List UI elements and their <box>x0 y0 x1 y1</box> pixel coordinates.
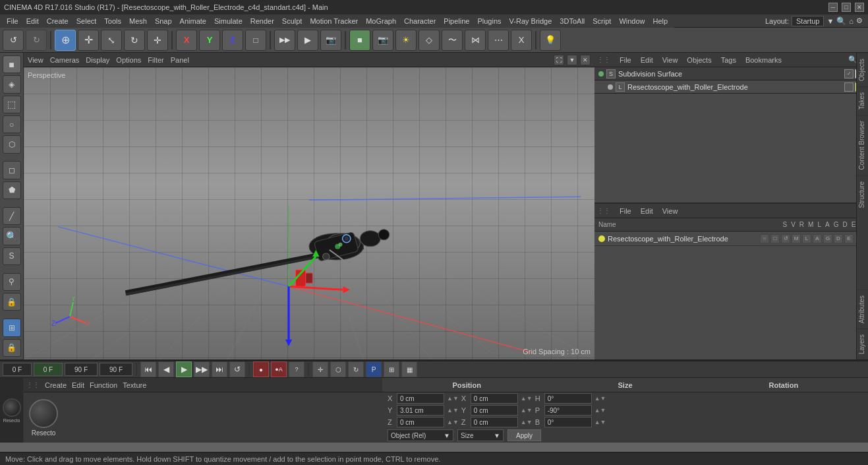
render-region-button[interactable]: ▶▶ <box>274 30 295 51</box>
lt-btn-6[interactable]: ◻ <box>3 161 21 179</box>
world-coord-button[interactable]: □ <box>245 30 266 51</box>
particles-button[interactable]: ⋯ <box>488 30 509 51</box>
mat-edit[interactable]: Edit <box>72 381 84 389</box>
lt-btn-7[interactable]: ⬟ <box>3 181 21 199</box>
attr-icon-r[interactable]: ↺ <box>781 234 790 243</box>
obj-mgr-file[interactable]: File <box>617 56 634 64</box>
attr-icon-e[interactable]: E <box>844 234 854 243</box>
menu-script[interactable]: Script <box>589 16 615 26</box>
spline-button[interactable]: 〜 <box>442 30 463 51</box>
record-button[interactable]: ● <box>253 361 269 377</box>
coord-dropdown-1[interactable]: Object (Rel)▼ <box>388 429 453 441</box>
param-grid-button[interactable]: ⊞ <box>384 361 399 377</box>
obj-mgr-view[interactable]: View <box>660 56 681 64</box>
menu-render[interactable]: Render <box>246 16 278 26</box>
menu-motion-tracker[interactable]: Motion Tracker <box>306 16 362 26</box>
render-active-view-button[interactable]: ▶ <box>297 30 318 51</box>
menu-mograph[interactable]: MoGraph <box>362 16 400 26</box>
attr-icon-m[interactable]: M <box>792 234 801 243</box>
param-view-button[interactable]: ▦ <box>401 361 417 377</box>
coord-dropdown-2[interactable]: Size▼ <box>457 429 504 441</box>
menu-sculpt[interactable]: Sculpt <box>278 16 306 26</box>
attr-icon-a[interactable]: A <box>813 234 822 243</box>
undo-button[interactable]: ↺ <box>3 30 24 51</box>
mat-texture[interactable]: Texture <box>123 381 146 389</box>
coord-y-pos[interactable]: 3.01 cm <box>397 405 444 416</box>
deformer-button[interactable]: ⋈ <box>465 30 486 51</box>
menu-edit[interactable]: Edit <box>22 16 43 26</box>
redo-button[interactable]: ↻ <box>26 30 47 51</box>
coord-x-pos[interactable]: 0 cm <box>397 393 444 404</box>
cube-button[interactable]: ■ <box>349 30 370 51</box>
tab-structure[interactable]: Structure <box>857 175 868 214</box>
lt-btn-14[interactable]: 🔒 <box>3 339 21 357</box>
vp-menu-options[interactable]: Options <box>116 56 141 64</box>
go-to-start-button[interactable]: ⏮ <box>140 361 156 377</box>
coord-y-size[interactable]: 0 cm <box>471 405 518 416</box>
coord-y-pos-arrow[interactable]: ▲▼ <box>447 407 459 414</box>
maximize-button[interactable]: □ <box>842 3 851 12</box>
vp-menu-view[interactable]: View <box>28 56 43 64</box>
menu-3dtoall[interactable]: 3DToAll <box>556 16 589 26</box>
menu-pipeline[interactable]: Pipeline <box>440 16 473 26</box>
obj-mgr-objects[interactable]: Objects <box>684 56 714 64</box>
transform-button[interactable]: ✛ <box>147 30 168 51</box>
current-frame-field[interactable]: 0 F <box>3 363 32 376</box>
coord-z-size-arrow[interactable]: ▲▼ <box>521 419 533 425</box>
menu-vray[interactable]: V-Ray Bridge <box>506 16 556 26</box>
tab-takes[interactable]: Takes <box>857 86 868 115</box>
menu-window[interactable]: Window <box>615 16 649 26</box>
close-button[interactable]: ✕ <box>855 3 864 12</box>
coord-y-rot-arrow[interactable]: ▲▼ <box>594 407 606 414</box>
attr-mgr-edit[interactable]: Edit <box>638 207 656 215</box>
axis-x-button[interactable]: X <box>176 30 197 51</box>
menu-character[interactable]: Character <box>400 16 440 26</box>
home-icon[interactable]: ⌂ <box>849 17 854 25</box>
loop-button[interactable]: ↺ <box>229 361 245 377</box>
coord-x-pos-arrow[interactable]: ▲▼ <box>447 395 459 402</box>
range-start-field[interactable]: 0 F <box>34 363 63 376</box>
coord-z-pos-arrow[interactable]: ▲▼ <box>447 419 459 425</box>
attr-mgr-view[interactable]: View <box>660 207 681 215</box>
mat-function[interactable]: Function <box>90 381 117 389</box>
obj-mgr-bookmarks[interactable]: Bookmarks <box>743 56 784 64</box>
menu-snap[interactable]: Snap <box>151 16 176 26</box>
lt-btn-2[interactable]: ◈ <box>3 75 21 93</box>
rotate-key-button[interactable]: ↻ <box>348 361 364 377</box>
step-back-button[interactable]: ◀ <box>158 361 174 377</box>
select-mode-button[interactable]: ⊕ <box>55 30 76 51</box>
light-button[interactable]: ☀ <box>395 30 417 51</box>
material-ball-1[interactable] <box>29 399 58 428</box>
scale-key-button[interactable]: ⬡ <box>330 361 346 377</box>
menu-simulate[interactable]: Simulate <box>210 16 246 26</box>
attr-icon-d[interactable]: D <box>834 234 843 243</box>
obj-mgr-tags[interactable]: Tags <box>718 56 739 64</box>
gear-icon[interactable]: ⚙ <box>856 16 863 25</box>
step-forward-button[interactable]: ▶▶ <box>194 361 210 377</box>
polygon-button[interactable]: ◇ <box>419 30 440 51</box>
param-p-button[interactable]: P <box>366 361 382 377</box>
coord-z-size[interactable]: 0 cm <box>471 417 518 427</box>
camera-button[interactable]: 📷 <box>372 30 393 51</box>
coord-y-rot[interactable]: -90° <box>544 405 592 416</box>
keyframe-button[interactable]: ? <box>289 361 304 377</box>
lt-btn-1[interactable]: ■ <box>3 55 21 73</box>
vp-menu-filter[interactable]: Filter <box>148 56 163 64</box>
vp-lock-button[interactable]: ▼ <box>567 55 577 65</box>
lt-btn-12[interactable]: 🔒 <box>3 293 21 311</box>
coord-z-pos[interactable]: 0 cm <box>397 417 444 427</box>
rotate-mode-button[interactable]: ↻ <box>124 30 145 51</box>
attr-icon-s[interactable]: ○ <box>760 234 769 243</box>
xpresso-button[interactable]: X <box>511 30 532 51</box>
axis-y-button[interactable]: Y <box>199 30 220 51</box>
go-to-end-button[interactable]: ⏭ <box>212 361 227 377</box>
menu-help[interactable]: Help <box>649 16 672 26</box>
render-to-picture-button[interactable]: 📷 <box>320 30 341 51</box>
vp-menu-panel[interactable]: Panel <box>171 56 189 64</box>
lt-btn-11[interactable]: ⚲ <box>3 273 21 291</box>
lt-btn-13[interactable]: ⊞ <box>3 319 21 336</box>
coord-z-rot-arrow[interactable]: ▲▼ <box>594 419 606 425</box>
tab-objects[interactable]: Objects <box>857 53 868 86</box>
coord-x-size[interactable]: 0 cm <box>471 393 518 404</box>
tab-layers[interactable]: Layers <box>857 328 868 359</box>
